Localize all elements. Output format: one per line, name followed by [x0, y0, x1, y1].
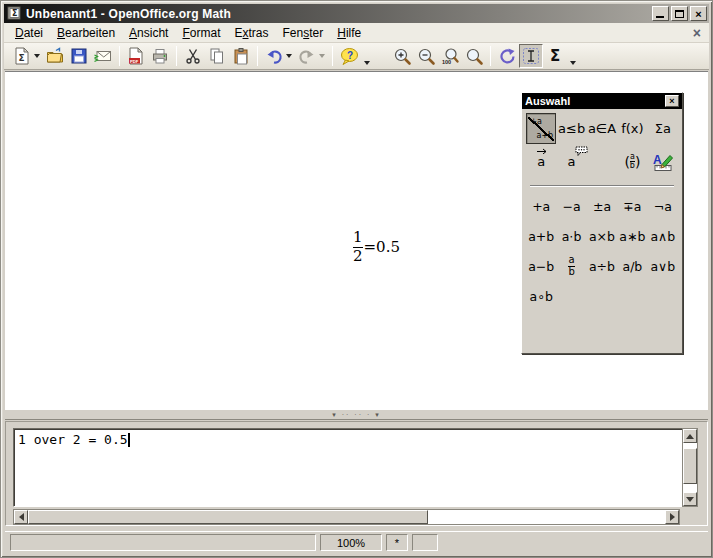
minimize-button[interactable]	[652, 6, 669, 21]
menu-ansicht[interactable]: Ansicht	[122, 24, 175, 42]
redo-dropdown-icon	[319, 54, 325, 58]
symbol-a-ast-b[interactable]: a∗b	[617, 221, 647, 251]
symbol-plusminus-a[interactable]: ±a	[587, 191, 617, 221]
titlebar[interactable]: Σ Unbenannt1 - OpenOffice.org Math ×	[4, 4, 709, 23]
category-attributes[interactable]: a	[526, 146, 556, 177]
menu-datei[interactable]: Datei	[8, 24, 50, 42]
category-empty	[587, 146, 617, 177]
category-buttons: +a a+b a≤b a∈A f(x) Σa a a	[522, 109, 682, 177]
redo-button[interactable]	[295, 44, 319, 68]
chevron-down-icon	[364, 61, 370, 65]
category-functions[interactable]: f(x)	[617, 113, 647, 144]
horizontal-scroll-thumb[interactable]	[28, 510, 428, 524]
menu-format[interactable]: Format	[175, 24, 227, 42]
symbol-a-minus-b[interactable]: a−b	[526, 251, 556, 281]
zoom-in-icon	[393, 47, 412, 66]
send-email-button[interactable]	[91, 44, 115, 68]
menu-fenster[interactable]: Fenster	[276, 24, 331, 42]
toolbar-separator	[176, 46, 177, 66]
menu-extras[interactable]: Extras	[228, 24, 276, 42]
vertical-scroll-thumb[interactable]	[683, 448, 697, 484]
horizontal-scrollbar[interactable]	[13, 509, 680, 525]
symbol-minusplus-a[interactable]: ∓a	[617, 191, 647, 221]
selection-titlebar[interactable]: Auswahl ×	[522, 93, 682, 109]
category-set-operations[interactable]: a∈A	[587, 113, 617, 144]
close-button[interactable]: ×	[690, 6, 707, 21]
status-bar: 100% *	[5, 531, 708, 553]
cut-button[interactable]	[181, 44, 205, 68]
formula-view[interactable]: 1 2 =0.5 Auswahl × +a a+b a≤b	[5, 71, 708, 409]
status-zoom-pane[interactable]: 100%	[320, 534, 382, 551]
zoom-in-button[interactable]	[390, 44, 414, 68]
new-formula-button[interactable]: Σ	[10, 44, 34, 68]
category-brackets[interactable]: ( a b )	[617, 146, 647, 177]
new-formula-icon: Σ	[13, 47, 31, 65]
print-button[interactable]	[148, 44, 172, 68]
paste-button[interactable]	[229, 44, 253, 68]
save-icon	[70, 47, 88, 65]
close-document-icon[interactable]: ×	[693, 27, 701, 39]
zoom-100-icon: 100	[441, 47, 460, 66]
symbol-a-div-b[interactable]: a÷b	[587, 251, 617, 281]
symbol-plus-a[interactable]: +a	[526, 191, 556, 221]
help-icon: ?	[340, 47, 359, 66]
symbol-a-slash-b[interactable]: a/b	[617, 251, 647, 281]
symbol-a-times-b[interactable]: a×b	[587, 221, 617, 251]
fraction-denominator: 2	[353, 249, 363, 265]
symbol-not-a[interactable]: ¬a	[648, 191, 678, 221]
symbol-minus-a[interactable]: −a	[556, 191, 586, 221]
svg-text:Σ: Σ	[12, 9, 17, 18]
symbol-a-or-b[interactable]: a∨b	[648, 251, 678, 281]
category-others[interactable]: a	[556, 146, 586, 177]
zoom-full-button[interactable]	[462, 44, 486, 68]
new-dropdown-icon[interactable]	[34, 54, 40, 58]
open-button[interactable]	[43, 44, 67, 68]
rendered-formula: 1 2 =0.5	[353, 230, 400, 265]
scroll-left-button[interactable]	[14, 510, 28, 524]
scroll-right-button[interactable]	[665, 510, 679, 524]
category-formats[interactable]: A	[648, 146, 678, 177]
zoom-out-icon	[417, 47, 436, 66]
panel-separator	[530, 185, 674, 187]
symbol-a-circ-b[interactable]: a∘b	[526, 281, 556, 311]
toolbar-options-button[interactable]	[363, 44, 374, 68]
command-editor[interactable]: 1 over 2 = 0.5	[13, 428, 686, 507]
scroll-down-button[interactable]	[683, 492, 697, 506]
copy-button[interactable]	[205, 44, 229, 68]
symbol-a-and-b[interactable]: a∧b	[648, 221, 678, 251]
symbol-a-cdot-b[interactable]: a⋅b	[556, 221, 586, 251]
formula-cursor-icon	[522, 47, 540, 65]
refresh-button[interactable]	[495, 44, 519, 68]
menu-bearbeiten[interactable]: Bearbeiten	[50, 24, 122, 42]
undo-dropdown-icon[interactable]	[286, 54, 292, 58]
vertical-scrollbar[interactable]	[682, 428, 698, 507]
category-unary-binary-operators[interactable]: +a a+b	[526, 113, 556, 144]
symbols-catalog-button[interactable]: Σ	[543, 44, 567, 68]
selection-close-button[interactable]: ×	[665, 95, 679, 107]
arrow-down-icon	[686, 497, 694, 502]
svg-text:?: ?	[347, 49, 353, 60]
undo-button[interactable]	[262, 44, 286, 68]
standard-toolbar: Σ	[4, 43, 709, 70]
save-button[interactable]	[67, 44, 91, 68]
email-icon	[94, 47, 112, 65]
export-pdf-button[interactable]: PDF	[124, 44, 148, 68]
splitter-handle[interactable]: ▾ ·· ·· · ▾	[5, 409, 708, 420]
selection-title: Auswahl	[525, 95, 570, 107]
toolbar-options-button[interactable]	[569, 44, 580, 68]
symbol-a-over-b[interactable]: a b	[556, 251, 586, 281]
zoom-out-button[interactable]	[414, 44, 438, 68]
app-window: Σ Unbenannt1 - OpenOffice.org Math × Dat…	[0, 0, 713, 558]
zoom-100-button[interactable]: 100	[438, 44, 462, 68]
formula-rhs: =0.5	[364, 238, 400, 256]
symbol-grid: +a −a ±a ∓a ¬a a+b a⋅b a×b a∗b a∧b a−b a…	[522, 189, 682, 313]
formula-cursor-button[interactable]	[519, 44, 543, 68]
category-relations[interactable]: a≤b	[556, 113, 586, 144]
symbol-a-plus-b[interactable]: a+b	[526, 221, 556, 251]
menu-hilfe[interactable]: Hilfe	[330, 24, 368, 42]
scroll-up-button[interactable]	[683, 429, 697, 443]
vector-arrow-icon	[537, 148, 548, 154]
maximize-button[interactable]	[671, 6, 688, 21]
category-operators[interactable]: Σa	[648, 113, 678, 144]
help-button[interactable]: ?	[337, 44, 361, 68]
